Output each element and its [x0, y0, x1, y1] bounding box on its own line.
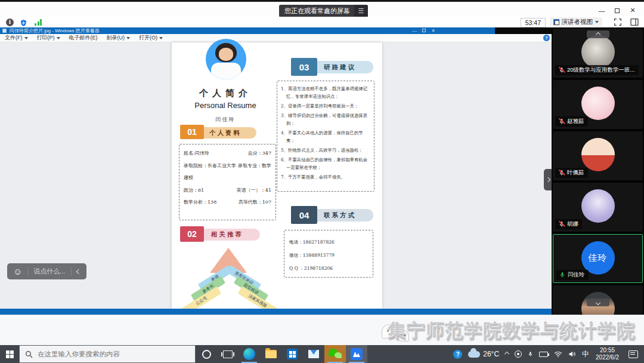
- menu-print[interactable]: 打印(P): [37, 34, 60, 42]
- search-icon: [25, 350, 33, 358]
- shield-icon[interactable]: [20, 19, 27, 26]
- profile-photo: [206, 39, 246, 79]
- action-center-button[interactable]: [623, 345, 644, 363]
- viewer-bottom-bar: [0, 309, 552, 315]
- start-button[interactable]: [0, 345, 19, 363]
- section02-number: 02: [180, 226, 204, 242]
- search-input[interactable]: [38, 350, 181, 358]
- participant-rail: 20级数学与应用数学一班... 赵雅茹 叶佩茹 胡娜 佳玲 闫佳玲: [552, 27, 644, 315]
- view-mode-button[interactable]: 演讲者视图: [550, 17, 603, 27]
- wechat-icon: [329, 349, 342, 359]
- side-panel-button[interactable]: [630, 17, 639, 27]
- meeting-timer: 53:47: [521, 18, 546, 27]
- share-banner: 您正在观看常鑫的屏幕 ☰: [279, 5, 368, 17]
- volume-icon[interactable]: [565, 345, 579, 363]
- fullscreen-button[interactable]: [613, 17, 623, 27]
- minimize-button[interactable]: —: [596, 6, 607, 15]
- weather-widget[interactable]: 26°C: [465, 345, 502, 363]
- menu-open[interactable]: 打开(O): [139, 34, 163, 42]
- resume-title: 个人简介: [173, 88, 278, 99]
- close-button[interactable]: ✕: [627, 6, 638, 15]
- cloud-icon: [468, 351, 480, 358]
- info-icon[interactable]: i: [6, 19, 14, 26]
- viewer-minimize-icon[interactable]: —: [412, 27, 417, 34]
- viewer-restore-icon[interactable]: [422, 29, 426, 32]
- tray-mic-icon[interactable]: [525, 345, 536, 363]
- participant-tile[interactable]: 叶佩茹: [553, 131, 643, 180]
- section04-box: 电话：18627187826 微信：13848913779 Q Q ：21987…: [284, 230, 373, 278]
- close-icon: ✕: [630, 7, 635, 14]
- tray-battery-icon[interactable]: [536, 345, 551, 363]
- task-view-button[interactable]: [217, 345, 239, 363]
- menu-email[interactable]: 电子邮件(E): [69, 34, 98, 42]
- scroll-down-button[interactable]: [587, 299, 609, 306]
- store-button[interactable]: [281, 345, 303, 363]
- participant-name: 闫佳玲: [568, 271, 585, 279]
- emoji-icon[interactable]: ☺: [13, 267, 22, 276]
- restore-button[interactable]: [612, 6, 623, 15]
- advice-item: 7、千万不要熬夜，会得不偿失。: [281, 174, 370, 182]
- share-banner-menu-button[interactable]: ☰: [354, 5, 368, 17]
- ime-indicator[interactable]: 中: [579, 345, 592, 363]
- folder-icon: [265, 350, 277, 358]
- sidebar-collapse-handle[interactable]: [544, 169, 552, 190]
- participant-tile[interactable]: 胡娜: [553, 183, 643, 232]
- edge-icon: [243, 348, 255, 360]
- signal-bars-icon[interactable]: [35, 19, 43, 26]
- avatar: [581, 87, 615, 120]
- clock-time: 20:55: [596, 347, 619, 354]
- taskbar-search[interactable]: [19, 345, 196, 363]
- mic-active-icon: [559, 272, 565, 278]
- store-icon: [287, 349, 298, 359]
- mail-button[interactable]: [303, 345, 324, 363]
- resume-name: 闫佳玲: [173, 116, 278, 124]
- restore-icon: [615, 8, 620, 13]
- resume-page: 个人简介 Personal Resume 闫佳玲 01 个人资料 姓名:闫佳玲总…: [172, 42, 382, 309]
- mic-muted-icon: [559, 170, 565, 176]
- quick-chat-widget[interactable]: ☺ 说点什么...: [7, 263, 86, 279]
- scroll-up-button[interactable]: [587, 30, 609, 38]
- advice-item: 5、拒绝形式主义，高效学习，适当放松；: [281, 147, 370, 155]
- contact-phone: 电话：18627187826: [289, 236, 368, 249]
- participant-tile[interactable]: 20级数学与应用数学一班...: [553, 29, 643, 78]
- task-view-icon: [223, 350, 233, 358]
- weather-temp: 26°C: [483, 350, 499, 358]
- advice-item: 3、辅导班切勿过分依赖，可遵循择优选择原则；: [281, 112, 370, 128]
- screen: 您正在观看常鑫的屏幕 ☰ — ✕ i 53:47 演讲者视图: [0, 0, 644, 363]
- windows-logo-icon: [6, 350, 14, 358]
- participant-name: 20级数学与应用数学一班...: [567, 66, 635, 74]
- action-center-icon: [628, 350, 638, 358]
- resume-subtitle: Personal Resume: [173, 101, 278, 110]
- wechat-button[interactable]: [324, 345, 346, 363]
- photo-file-icon: [2, 29, 7, 33]
- help-button[interactable]: ?: [450, 345, 465, 363]
- section04-number: 04: [291, 206, 317, 224]
- quick-chat-placeholder[interactable]: 说点什么...: [33, 267, 65, 276]
- avatar: [581, 189, 615, 223]
- taskbar-clock[interactable]: 20:55 2022/6/2: [592, 347, 623, 361]
- participant-tile[interactable]: [553, 285, 643, 315]
- menu-file[interactable]: 文件(F): [5, 34, 28, 42]
- contact-qq: Q Q ：2198718206: [289, 262, 368, 275]
- section02-title: 相关推荐: [194, 229, 260, 241]
- hamburger-icon: ☰: [358, 7, 364, 15]
- chevron-left-icon[interactable]: [76, 269, 80, 273]
- viewer-close-icon[interactable]: ✕: [431, 27, 435, 34]
- wifi-icon[interactable]: [551, 345, 565, 363]
- menu-burn[interactable]: 刻录(U): [107, 34, 131, 42]
- contact-wechat: 微信：13848913779: [289, 249, 368, 262]
- file-explorer-button[interactable]: [260, 345, 281, 363]
- participant-name: 叶佩茹: [567, 169, 584, 177]
- mic-muted-icon: [559, 67, 565, 73]
- tencent-meeting-button[interactable]: [346, 345, 367, 363]
- edge-button[interactable]: [239, 345, 260, 363]
- participant-tile[interactable]: 赵雅茹: [553, 80, 643, 129]
- tray-record-icon[interactable]: [512, 345, 525, 363]
- help-icon[interactable]: ?: [543, 35, 550, 41]
- section03-number: 03: [291, 58, 317, 76]
- photo-viewer-title: 闫佳玲简介照片.jpg - Windows 照片查看器: [10, 28, 100, 33]
- cortana-button[interactable]: [196, 345, 217, 363]
- tray-expand-button[interactable]: [502, 345, 512, 363]
- participant-tile-active[interactable]: 佳玲 闫佳玲: [553, 234, 643, 283]
- wechat-float-icon[interactable]: [382, 321, 415, 344]
